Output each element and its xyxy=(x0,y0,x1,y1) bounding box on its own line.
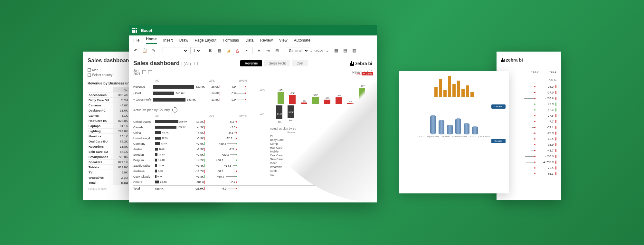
fill-color-icon[interactable]: ◢ xyxy=(225,47,232,54)
right-col-header: ΔPL% xyxy=(501,79,556,82)
dashboard-title: Sales dashboard | (All) xyxy=(133,60,198,67)
delta-row: -100.0 xyxy=(501,153,556,159)
tab-gross-profit[interactable]: Gross Profit xyxy=(264,60,290,66)
delta-row: -31.1 xyxy=(501,124,556,130)
menu-page-layout[interactable]: Page Layout xyxy=(195,38,216,43)
dashboard-canvas: Sales dashboard | (All) RevenueGross Pro… xyxy=(129,56,377,202)
filter-icon[interactable] xyxy=(142,70,146,74)
font-select[interactable] xyxy=(163,47,188,54)
country-row: United Kingd... 42.3K -5.9K -12.3 xyxy=(133,135,372,141)
country-row: Canada 185.9K -4.3K -2.3 xyxy=(133,124,372,130)
bu-item: Hair Care xyxy=(270,146,296,149)
indent-icon[interactable]: ⇥ xyxy=(264,47,271,54)
dropdown-icon[interactable] xyxy=(194,62,198,65)
delta-row: -103.9 xyxy=(501,95,556,101)
delta-row: +2.0 xyxy=(501,101,556,107)
menu-automate[interactable]: Automate xyxy=(294,38,310,43)
country-row: Others 28.4K -701.0 -2.4 xyxy=(133,179,372,185)
details-button[interactable]: Details xyxy=(491,139,506,143)
delta-row: -20.0 xyxy=(501,130,556,136)
conditional-format-icon[interactable]: ▦ xyxy=(333,47,340,54)
delta-row: -28.2 xyxy=(501,84,556,90)
delta-row: +7.4 xyxy=(501,107,556,113)
country-row: Austria 16.8K -1.3K -7.3 xyxy=(133,146,372,152)
titlebar: Excel xyxy=(129,25,377,35)
borders-icon[interactable]: ▦ xyxy=(216,47,223,54)
undo-icon[interactable]: ↶ xyxy=(132,47,139,54)
checkbox-icon[interactable] xyxy=(88,68,91,72)
bu-item: Skin Care xyxy=(270,158,296,161)
bold-button[interactable]: B xyxy=(207,47,214,54)
bu-item: Baby Care xyxy=(270,138,296,142)
number-format-select[interactable]: General xyxy=(286,47,309,54)
delta-row: ◄-700.0 xyxy=(501,159,556,165)
table-format-icon[interactable]: ▤ xyxy=(342,47,349,54)
orange-bar-chart xyxy=(402,74,506,97)
bu-item: Oral Care xyxy=(270,154,296,157)
bu-item: Mobile xyxy=(270,150,296,153)
format-painter-icon[interactable]: ✎ xyxy=(150,47,157,54)
country-row: Cook Islands 6.7K +1.8K +36.4 xyxy=(133,174,372,179)
menu-formulas[interactable]: Formulas xyxy=(223,38,239,43)
delta-row: -81.1 xyxy=(501,171,556,177)
bu-item: Video xyxy=(270,162,296,165)
background-sheet-middle: Details LARGE - Large Business MEDIUM - … xyxy=(399,71,509,193)
bu-list: Actual vs plan by Bu Revenu PLBaby CareC… xyxy=(270,127,296,177)
font-size-select[interactable]: 11 xyxy=(190,47,201,54)
menu-data[interactable]: Data xyxy=(245,38,253,43)
menu-review[interactable]: Review xyxy=(260,38,272,43)
metric-tabs: RevenueGross ProfitCost xyxy=(240,60,308,66)
app-name: Excel xyxy=(141,28,152,33)
country-row: Belgium 11.4K +4.2K +58.7 xyxy=(133,157,372,163)
toolbar: ↶ 📋 ✎ 11 B ▦ ◢ A ⋯ ≡ ⇥ ⊞ General .0→.00 … xyxy=(129,45,377,56)
tab-revenue[interactable]: Revenue xyxy=(240,60,262,66)
menu-insert[interactable]: Insert xyxy=(163,38,173,43)
country-row: Germany 33.4K +7.9K +30.8 xyxy=(133,141,372,146)
bu-item: Audio xyxy=(270,169,296,172)
more-icon[interactable]: ⋯ xyxy=(243,47,250,54)
bu-item: Wearable xyxy=(270,165,296,169)
filter-icon[interactable] xyxy=(148,70,152,74)
bu-item: AC xyxy=(270,173,296,176)
bu-item: PL xyxy=(270,134,296,138)
country-row: Australia 8.4K -11.7K -58.2 xyxy=(133,168,372,174)
tab-cost[interactable]: Cost xyxy=(292,60,308,66)
delta-row: -7.7 xyxy=(501,119,556,124)
brand: zebra bi xyxy=(350,61,372,66)
menu-draw[interactable]: Draw xyxy=(179,38,188,43)
align-icon[interactable]: ≡ xyxy=(255,47,262,54)
checkbox-icon[interactable] xyxy=(88,74,91,77)
delta-row: -17.6 xyxy=(501,113,556,119)
font-color-icon[interactable]: A xyxy=(234,47,241,54)
menu-file[interactable]: File xyxy=(133,38,139,43)
country-row: China 45.7K -4.6K -9.1 xyxy=(133,130,372,135)
country-row: Saudi Arabia 10.7K +1.4K +14.5 xyxy=(133,163,372,168)
menu-view[interactable]: View xyxy=(279,38,288,43)
menu-home[interactable]: Home xyxy=(146,37,156,44)
merge-icon[interactable]: ⊞ xyxy=(273,47,280,54)
menubar: FileHomeInsertDrawPage LayoutFormulasDat… xyxy=(129,35,377,45)
cylinder-chart xyxy=(402,112,506,134)
delta-row: -79.5 xyxy=(501,165,556,171)
delta-row: -15.5 xyxy=(501,136,556,142)
brand-right: zebra bi xyxy=(501,57,556,63)
increase-decimal-icon[interactable]: .0→.00 xyxy=(311,47,318,54)
decrease-decimal-icon[interactable]: .00→.0 xyxy=(320,47,327,54)
app-launcher-icon[interactable] xyxy=(132,28,137,33)
details-button[interactable]: Details xyxy=(491,104,506,109)
delta-row: -17.0 xyxy=(501,90,556,95)
delta-row: -41.7 xyxy=(501,148,556,153)
excel-window: Excel FileHomeInsertDrawPage LayoutFormu… xyxy=(129,25,377,202)
cell-styles-icon[interactable]: ▥ xyxy=(351,47,358,54)
country-row: Sweden 13.8K +2.5K +22.1 xyxy=(133,152,372,157)
monthly-waterfall-chart: -29K ▼-2.5% ΔPL +47K-35K-6K+29K-17K-26K-… xyxy=(260,72,373,117)
delta-row: -31.9 xyxy=(501,142,556,148)
bu-item: Comp xyxy=(270,142,296,145)
arrow-button[interactable]: → xyxy=(172,107,177,113)
paste-icon[interactable]: 📋 xyxy=(141,47,148,54)
